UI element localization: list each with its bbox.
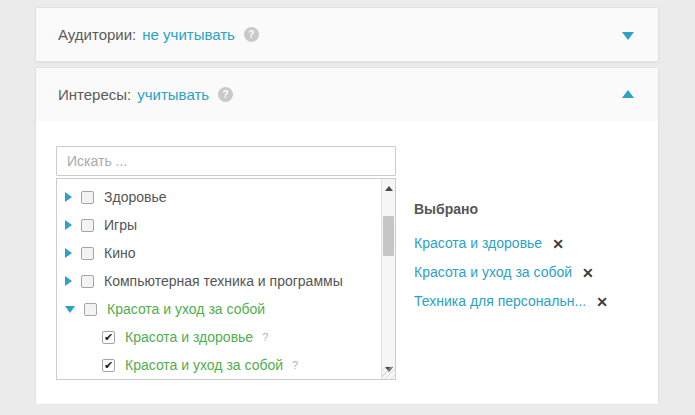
interests-mode-link[interactable]: учитывать bbox=[137, 86, 209, 103]
tree-item-label[interactable]: Компьютерная техника и программы bbox=[104, 273, 343, 289]
checkbox[interactable] bbox=[81, 219, 94, 232]
tree-item[interactable]: Здоровье bbox=[57, 183, 395, 211]
selected-item-label[interactable]: Красота и здоровье bbox=[414, 236, 542, 251]
audiences-help-icon[interactable]: ? bbox=[244, 27, 259, 42]
remove-icon[interactable]: ✕ bbox=[596, 295, 608, 309]
interests-header[interactable]: Интересы: учитывать ? bbox=[36, 68, 658, 121]
item-help-icon[interactable]: ? bbox=[292, 359, 298, 371]
tree-expander-icon[interactable] bbox=[65, 248, 72, 258]
tree-item[interactable]: Игры bbox=[57, 211, 395, 239]
tree-expander-icon[interactable] bbox=[65, 220, 72, 230]
search-input[interactable] bbox=[56, 146, 396, 176]
chevron-up-icon[interactable] bbox=[622, 90, 634, 98]
selected-item: Техника для персональн... ✕ bbox=[414, 294, 644, 309]
resize-grip-icon[interactable] bbox=[382, 366, 395, 379]
scroll-up-arrow-icon bbox=[385, 186, 393, 191]
audiences-header[interactable]: Аудитории: не учитывать ? bbox=[36, 8, 658, 61]
checkbox[interactable] bbox=[81, 275, 94, 288]
tree-item[interactable]: Красота и уход за собой bbox=[57, 295, 395, 323]
interest-picker: Здоровье Игры Кино Компьютерная техника … bbox=[56, 146, 396, 380]
tree-item-label[interactable]: Игры bbox=[104, 217, 137, 233]
selected-item: Красота и уход за собой ✕ bbox=[414, 265, 644, 280]
selected-list: Красота и здоровье ✕ Красота и уход за с… bbox=[414, 236, 644, 309]
audiences-panel: Аудитории: не учитывать ? bbox=[35, 7, 659, 62]
tree-item[interactable]: ✔ Красота и уход за собой ? bbox=[57, 351, 395, 379]
tree-item-label[interactable]: Красота и здоровье bbox=[125, 329, 253, 345]
item-help-icon[interactable]: ? bbox=[262, 331, 268, 343]
checkbox[interactable] bbox=[81, 247, 94, 260]
remove-icon[interactable]: ✕ bbox=[582, 266, 594, 280]
tree-item[interactable]: Кино bbox=[57, 239, 395, 267]
checkbox[interactable]: ✔ bbox=[102, 359, 115, 372]
chevron-down-icon[interactable] bbox=[622, 32, 634, 40]
selected-item-label[interactable]: Красота и уход за собой bbox=[414, 265, 572, 280]
checkbox[interactable] bbox=[81, 191, 94, 204]
tree-item-label[interactable]: Красота и уход за собой bbox=[107, 301, 265, 317]
checkbox[interactable]: ✔ bbox=[102, 331, 115, 344]
remove-icon[interactable]: ✕ bbox=[552, 237, 564, 251]
selected-item: Красота и здоровье ✕ bbox=[414, 236, 644, 251]
interests-body: Здоровье Игры Кино Компьютерная техника … bbox=[36, 121, 658, 404]
checkbox[interactable] bbox=[84, 303, 97, 316]
selected-item-label[interactable]: Техника для персональн... bbox=[414, 294, 586, 309]
tree-item-label[interactable]: Кино bbox=[104, 245, 136, 261]
tree-item-label[interactable]: Красота и уход за собой bbox=[125, 357, 283, 373]
scrollbar[interactable] bbox=[381, 179, 395, 379]
scroll-up-icon[interactable] bbox=[382, 181, 395, 196]
selected-title: Выбрано bbox=[414, 201, 644, 217]
tree-expander-icon[interactable] bbox=[65, 306, 75, 313]
interests-label: Интересы: bbox=[58, 86, 131, 103]
interests-panel: Интересы: учитывать ? Здоровье Игры Кино bbox=[35, 67, 659, 403]
tree-item[interactable]: ✔ Красота и здоровье ? bbox=[57, 323, 395, 351]
tree-item[interactable]: Компьютерная техника и программы bbox=[57, 267, 395, 295]
tree-item-label[interactable]: Здоровье bbox=[104, 189, 167, 205]
tree-expander-icon[interactable] bbox=[65, 192, 72, 202]
interests-help-icon[interactable]: ? bbox=[218, 87, 233, 102]
audiences-mode-link[interactable]: не учитывать bbox=[142, 26, 235, 43]
scrollbar-thumb[interactable] bbox=[383, 216, 394, 256]
tree-rows: Здоровье Игры Кино Компьютерная техника … bbox=[57, 179, 395, 380]
targeting-settings-page: Аудитории: не учитывать ? Интересы: учит… bbox=[0, 0, 695, 415]
audiences-label: Аудитории: bbox=[58, 26, 136, 43]
interest-tree: Здоровье Игры Кино Компьютерная техника … bbox=[56, 178, 396, 380]
tree-expander-icon[interactable] bbox=[65, 276, 72, 286]
selected-column: Выбрано Красота и здоровье ✕ Красота и у… bbox=[414, 201, 644, 323]
